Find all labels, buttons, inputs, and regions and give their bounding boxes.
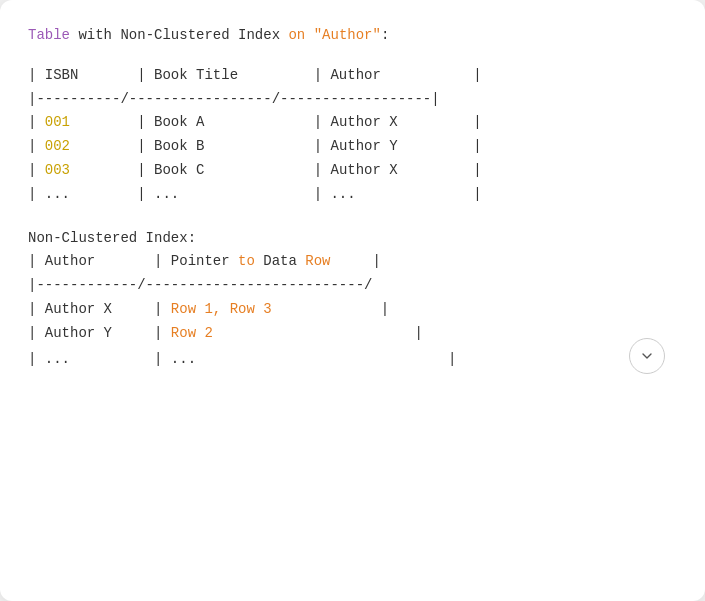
chevron-down-icon (639, 348, 655, 364)
index-separator: |------------/--------------------------… (28, 274, 677, 298)
index-last-row: | ... | ... | (28, 346, 677, 374)
main-table: | ISBN | Book Title | Author | |--------… (28, 64, 677, 207)
isbn-001: 001 (45, 114, 70, 130)
main-title: Table with Non-Clustered Index on "Autho… (28, 24, 677, 48)
isbn-002: 002 (45, 138, 70, 154)
table-row: | ... | ... | ... | (28, 183, 677, 207)
index-label: Non-Clustered Index: (28, 227, 677, 251)
index-row-1: | Author X | Row 1, Row 3 | (28, 298, 677, 322)
pointer-row1-row3: Row 1, Row 3 (171, 301, 272, 317)
main-card: Table with Non-Clustered Index on "Autho… (0, 0, 705, 601)
index-ellipsis: | ... | ... | (28, 348, 629, 372)
table-row: | 002 | Book B | Author Y | (28, 135, 677, 159)
table-row: | 003 | Book C | Author X | (28, 159, 677, 183)
keyword-table: Table (28, 27, 70, 43)
main-table-header: | ISBN | Book Title | Author | (28, 64, 677, 88)
index-header: | Author | Pointer to Data Row | (28, 250, 677, 274)
code-content: Table with Non-Clustered Index on "Autho… (28, 24, 677, 390)
index-row-2: | Author Y | Row 2 | (28, 322, 677, 346)
keyword-on: on (288, 27, 305, 43)
keyword-to: to (238, 253, 255, 269)
main-table-separator: |----------/-----------------/----------… (28, 88, 677, 112)
table-row: | 001 | Book A | Author X | (28, 111, 677, 135)
index-section: Non-Clustered Index: | Author | Pointer … (28, 227, 677, 374)
pointer-row2: Row 2 (171, 325, 213, 341)
author-string: "Author" (314, 27, 381, 43)
isbn-003: 003 (45, 162, 70, 178)
scroll-down-button[interactable] (629, 338, 665, 374)
keyword-row: Row (305, 253, 330, 269)
